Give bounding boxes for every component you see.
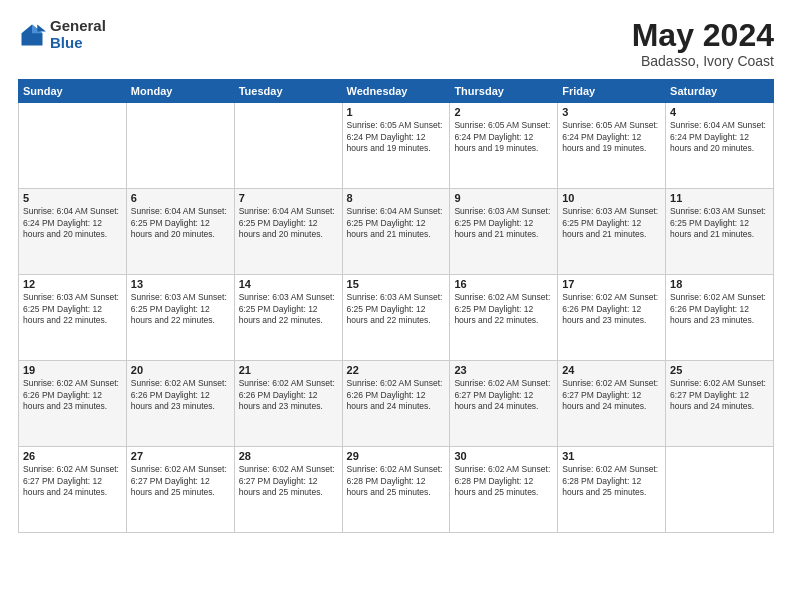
day-number: 10 <box>562 192 661 204</box>
day-number: 1 <box>347 106 446 118</box>
logo: General Blue <box>18 18 106 51</box>
day-cell: 15Sunrise: 6:03 AM Sunset: 6:25 PM Dayli… <box>342 275 450 361</box>
logo-blue-label: Blue <box>50 35 106 52</box>
logo-text: General Blue <box>50 18 106 51</box>
day-number: 24 <box>562 364 661 376</box>
day-info: Sunrise: 6:02 AM Sunset: 6:26 PM Dayligh… <box>239 378 338 412</box>
day-info: Sunrise: 6:05 AM Sunset: 6:24 PM Dayligh… <box>454 120 553 154</box>
day-info: Sunrise: 6:03 AM Sunset: 6:25 PM Dayligh… <box>454 206 553 240</box>
day-number: 21 <box>239 364 338 376</box>
day-number: 6 <box>131 192 230 204</box>
day-number: 2 <box>454 106 553 118</box>
day-number: 28 <box>239 450 338 462</box>
header-monday: Monday <box>126 80 234 103</box>
header-saturday: Saturday <box>666 80 774 103</box>
day-info: Sunrise: 6:02 AM Sunset: 6:26 PM Dayligh… <box>347 378 446 412</box>
day-cell: 23Sunrise: 6:02 AM Sunset: 6:27 PM Dayli… <box>450 361 558 447</box>
day-info: Sunrise: 6:02 AM Sunset: 6:26 PM Dayligh… <box>131 378 230 412</box>
day-info: Sunrise: 6:05 AM Sunset: 6:24 PM Dayligh… <box>562 120 661 154</box>
day-cell: 10Sunrise: 6:03 AM Sunset: 6:25 PM Dayli… <box>558 189 666 275</box>
day-info: Sunrise: 6:02 AM Sunset: 6:27 PM Dayligh… <box>454 378 553 412</box>
day-number: 14 <box>239 278 338 290</box>
week-row-1: 5Sunrise: 6:04 AM Sunset: 6:24 PM Daylig… <box>19 189 774 275</box>
day-number: 30 <box>454 450 553 462</box>
header-friday: Friday <box>558 80 666 103</box>
day-cell: 2Sunrise: 6:05 AM Sunset: 6:24 PM Daylig… <box>450 103 558 189</box>
week-row-2: 12Sunrise: 6:03 AM Sunset: 6:25 PM Dayli… <box>19 275 774 361</box>
header-wednesday: Wednesday <box>342 80 450 103</box>
day-cell <box>666 447 774 533</box>
week-row-0: 1Sunrise: 6:05 AM Sunset: 6:24 PM Daylig… <box>19 103 774 189</box>
day-number: 7 <box>239 192 338 204</box>
day-cell: 11Sunrise: 6:03 AM Sunset: 6:25 PM Dayli… <box>666 189 774 275</box>
day-cell <box>234 103 342 189</box>
day-number: 16 <box>454 278 553 290</box>
day-info: Sunrise: 6:02 AM Sunset: 6:26 PM Dayligh… <box>562 292 661 326</box>
week-row-4: 26Sunrise: 6:02 AM Sunset: 6:27 PM Dayli… <box>19 447 774 533</box>
page: General Blue May 2024 Badasso, Ivory Coa… <box>0 0 792 612</box>
day-info: Sunrise: 6:02 AM Sunset: 6:28 PM Dayligh… <box>454 464 553 498</box>
day-info: Sunrise: 6:04 AM Sunset: 6:25 PM Dayligh… <box>239 206 338 240</box>
day-cell: 18Sunrise: 6:02 AM Sunset: 6:26 PM Dayli… <box>666 275 774 361</box>
day-cell: 1Sunrise: 6:05 AM Sunset: 6:24 PM Daylig… <box>342 103 450 189</box>
weekday-header-row: Sunday Monday Tuesday Wednesday Thursday… <box>19 80 774 103</box>
day-cell: 6Sunrise: 6:04 AM Sunset: 6:25 PM Daylig… <box>126 189 234 275</box>
day-number: 23 <box>454 364 553 376</box>
day-number: 29 <box>347 450 446 462</box>
day-number: 15 <box>347 278 446 290</box>
logo-general-label: General <box>50 18 106 35</box>
header-sunday: Sunday <box>19 80 127 103</box>
day-number: 8 <box>347 192 446 204</box>
day-info: Sunrise: 6:03 AM Sunset: 6:25 PM Dayligh… <box>670 206 769 240</box>
day-cell: 30Sunrise: 6:02 AM Sunset: 6:28 PM Dayli… <box>450 447 558 533</box>
day-number: 12 <box>23 278 122 290</box>
header-thursday: Thursday <box>450 80 558 103</box>
day-number: 17 <box>562 278 661 290</box>
day-number: 4 <box>670 106 769 118</box>
day-info: Sunrise: 6:03 AM Sunset: 6:25 PM Dayligh… <box>347 292 446 326</box>
day-info: Sunrise: 6:02 AM Sunset: 6:28 PM Dayligh… <box>347 464 446 498</box>
day-number: 5 <box>23 192 122 204</box>
day-number: 13 <box>131 278 230 290</box>
day-number: 22 <box>347 364 446 376</box>
day-info: Sunrise: 6:02 AM Sunset: 6:27 PM Dayligh… <box>239 464 338 498</box>
day-cell: 27Sunrise: 6:02 AM Sunset: 6:27 PM Dayli… <box>126 447 234 533</box>
day-cell: 5Sunrise: 6:04 AM Sunset: 6:24 PM Daylig… <box>19 189 127 275</box>
location: Badasso, Ivory Coast <box>632 53 774 69</box>
day-cell: 13Sunrise: 6:03 AM Sunset: 6:25 PM Dayli… <box>126 275 234 361</box>
day-info: Sunrise: 6:02 AM Sunset: 6:27 PM Dayligh… <box>562 378 661 412</box>
day-info: Sunrise: 6:02 AM Sunset: 6:27 PM Dayligh… <box>670 378 769 412</box>
day-cell: 21Sunrise: 6:02 AM Sunset: 6:26 PM Dayli… <box>234 361 342 447</box>
day-info: Sunrise: 6:03 AM Sunset: 6:25 PM Dayligh… <box>131 292 230 326</box>
day-info: Sunrise: 6:03 AM Sunset: 6:25 PM Dayligh… <box>239 292 338 326</box>
day-cell: 17Sunrise: 6:02 AM Sunset: 6:26 PM Dayli… <box>558 275 666 361</box>
day-info: Sunrise: 6:05 AM Sunset: 6:24 PM Dayligh… <box>347 120 446 154</box>
day-info: Sunrise: 6:04 AM Sunset: 6:25 PM Dayligh… <box>347 206 446 240</box>
day-cell: 16Sunrise: 6:02 AM Sunset: 6:25 PM Dayli… <box>450 275 558 361</box>
calendar: Sunday Monday Tuesday Wednesday Thursday… <box>18 79 774 533</box>
day-cell: 4Sunrise: 6:04 AM Sunset: 6:24 PM Daylig… <box>666 103 774 189</box>
day-cell: 7Sunrise: 6:04 AM Sunset: 6:25 PM Daylig… <box>234 189 342 275</box>
day-number: 11 <box>670 192 769 204</box>
day-info: Sunrise: 6:02 AM Sunset: 6:27 PM Dayligh… <box>131 464 230 498</box>
day-number: 31 <box>562 450 661 462</box>
day-cell: 24Sunrise: 6:02 AM Sunset: 6:27 PM Dayli… <box>558 361 666 447</box>
day-cell: 12Sunrise: 6:03 AM Sunset: 6:25 PM Dayli… <box>19 275 127 361</box>
day-cell: 3Sunrise: 6:05 AM Sunset: 6:24 PM Daylig… <box>558 103 666 189</box>
day-cell: 14Sunrise: 6:03 AM Sunset: 6:25 PM Dayli… <box>234 275 342 361</box>
day-info: Sunrise: 6:02 AM Sunset: 6:26 PM Dayligh… <box>23 378 122 412</box>
day-cell: 28Sunrise: 6:02 AM Sunset: 6:27 PM Dayli… <box>234 447 342 533</box>
day-cell: 25Sunrise: 6:02 AM Sunset: 6:27 PM Dayli… <box>666 361 774 447</box>
day-cell: 31Sunrise: 6:02 AM Sunset: 6:28 PM Dayli… <box>558 447 666 533</box>
header-tuesday: Tuesday <box>234 80 342 103</box>
day-info: Sunrise: 6:02 AM Sunset: 6:26 PM Dayligh… <box>670 292 769 326</box>
day-number: 18 <box>670 278 769 290</box>
day-info: Sunrise: 6:04 AM Sunset: 6:24 PM Dayligh… <box>670 120 769 154</box>
header: General Blue May 2024 Badasso, Ivory Coa… <box>18 18 774 69</box>
day-info: Sunrise: 6:02 AM Sunset: 6:27 PM Dayligh… <box>23 464 122 498</box>
day-cell: 8Sunrise: 6:04 AM Sunset: 6:25 PM Daylig… <box>342 189 450 275</box>
day-cell: 9Sunrise: 6:03 AM Sunset: 6:25 PM Daylig… <box>450 189 558 275</box>
day-number: 19 <box>23 364 122 376</box>
day-cell: 19Sunrise: 6:02 AM Sunset: 6:26 PM Dayli… <box>19 361 127 447</box>
day-cell: 29Sunrise: 6:02 AM Sunset: 6:28 PM Dayli… <box>342 447 450 533</box>
